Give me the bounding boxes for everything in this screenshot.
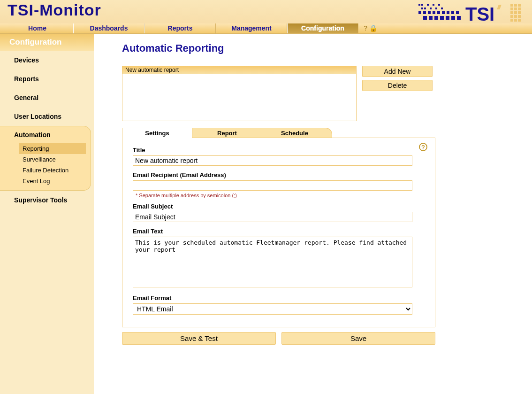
svg-rect-19 <box>423 16 427 20</box>
main-content: Automatic Reporting New automatic report… <box>94 34 532 394</box>
svg-rect-24 <box>451 16 455 20</box>
svg-rect-20 <box>429 16 433 20</box>
svg-rect-35 <box>510 15 513 18</box>
sidebar: Configuration DevicesReportsGeneralUser … <box>0 34 94 394</box>
help-icon[interactable]: ? <box>364 24 367 32</box>
page-title: Automatic Reporting <box>122 42 515 54</box>
sidebar-subitem-failure-detection[interactable]: Failure Detection <box>19 165 86 176</box>
svg-rect-8 <box>435 8 437 9</box>
title-label: Title <box>133 147 425 154</box>
panel-help-icon[interactable]: ? <box>419 143 427 151</box>
svg-rect-9 <box>441 8 443 9</box>
tab-schedule[interactable]: Schedule <box>262 128 332 138</box>
svg-rect-39 <box>514 19 517 22</box>
svg-rect-32 <box>510 11 513 14</box>
nav-item-home[interactable]: Home <box>2 23 73 33</box>
svg-rect-26 <box>510 4 513 7</box>
sidebar-item-devices[interactable]: Devices <box>0 51 94 70</box>
svg-rect-27 <box>514 4 517 7</box>
save-test-button[interactable]: Save & Test <box>122 332 276 345</box>
subject-label: Email Subject <box>133 203 425 210</box>
nav-item-dashboards[interactable]: Dashboards <box>73 23 144 33</box>
sidebar-item-general[interactable]: General <box>0 88 94 107</box>
delete-button[interactable]: Delete <box>362 80 433 91</box>
svg-rect-42 <box>497 5 502 9</box>
svg-rect-3 <box>433 4 434 6</box>
settings-panel: ? Title Email Recipient (Email Address) … <box>122 138 435 327</box>
app-title: TSI-Monitor <box>8 1 101 19</box>
recipient-label: Email Recipient (Email Address) <box>133 171 425 178</box>
svg-rect-6 <box>424 8 426 9</box>
report-list[interactable]: New automatic report <box>122 66 357 121</box>
sidebar-subitem-reporting[interactable]: Reporting <box>19 143 86 154</box>
svg-rect-18 <box>456 11 459 14</box>
svg-rect-13 <box>433 11 435 14</box>
text-textarea[interactable] <box>133 237 412 287</box>
save-button[interactable]: Save <box>281 332 435 345</box>
svg-rect-23 <box>446 16 449 20</box>
svg-text:TSI: TSI <box>465 4 494 23</box>
tab-report[interactable]: Report <box>192 128 262 138</box>
svg-rect-2 <box>427 4 429 6</box>
sidebar-item-supervisor-tools[interactable]: Supervisor Tools <box>0 191 94 209</box>
sidebar-subitem-surveillance[interactable]: Surveillance <box>19 154 86 165</box>
svg-rect-37 <box>518 15 521 18</box>
recipient-hint: * Separate multiple address by semicolon… <box>136 193 425 198</box>
sidebar-item-automation[interactable]: Automation <box>0 126 91 143</box>
add-new-button[interactable]: Add New <box>362 66 433 77</box>
report-list-item[interactable]: New automatic report <box>122 66 356 74</box>
nav-item-configuration[interactable]: Configuration <box>287 23 358 33</box>
svg-rect-11 <box>423 11 426 14</box>
sidebar-title: Configuration <box>0 34 94 51</box>
svg-rect-30 <box>514 8 517 10</box>
svg-rect-1 <box>421 4 423 6</box>
svg-rect-15 <box>442 11 445 14</box>
format-select[interactable]: HTML Email <box>133 303 412 315</box>
recipient-input[interactable] <box>133 180 412 191</box>
brand-logo: TSI <box>418 2 526 23</box>
svg-rect-40 <box>518 19 521 22</box>
text-label: Email Text <box>133 228 425 235</box>
sidebar-subitem-event-log[interactable]: Event Log <box>19 176 86 186</box>
svg-rect-22 <box>440 16 444 20</box>
svg-rect-4 <box>438 4 440 6</box>
tab-settings[interactable]: Settings <box>122 128 192 138</box>
svg-rect-10 <box>418 11 421 14</box>
header-bar: TSI-Monitor TSI <box>0 0 532 23</box>
svg-rect-12 <box>428 11 431 14</box>
svg-rect-0 <box>418 4 420 6</box>
nav-item-reports[interactable]: Reports <box>144 23 216 33</box>
title-input[interactable] <box>133 155 412 166</box>
svg-rect-29 <box>510 8 513 10</box>
svg-rect-31 <box>518 8 521 10</box>
svg-rect-7 <box>430 8 432 9</box>
svg-rect-17 <box>451 11 454 14</box>
svg-rect-21 <box>434 16 438 20</box>
svg-rect-14 <box>437 11 440 14</box>
svg-rect-36 <box>514 15 517 18</box>
lock-icon[interactable]: 🔒 <box>369 24 377 32</box>
sidebar-item-user-locations[interactable]: User Locations <box>0 107 94 126</box>
sidebar-item-reports[interactable]: Reports <box>0 70 94 88</box>
format-label: Email Format <box>133 294 425 301</box>
svg-rect-16 <box>447 11 449 14</box>
subject-input[interactable] <box>133 212 412 222</box>
svg-rect-5 <box>421 8 423 9</box>
svg-rect-34 <box>518 11 521 14</box>
nav-item-management[interactable]: Management <box>216 23 287 33</box>
top-nav: HomeDashboardsReportsManagementConfigura… <box>0 23 532 34</box>
svg-rect-25 <box>457 16 461 20</box>
svg-rect-28 <box>518 4 521 7</box>
svg-rect-33 <box>514 11 517 14</box>
svg-rect-38 <box>510 19 513 22</box>
